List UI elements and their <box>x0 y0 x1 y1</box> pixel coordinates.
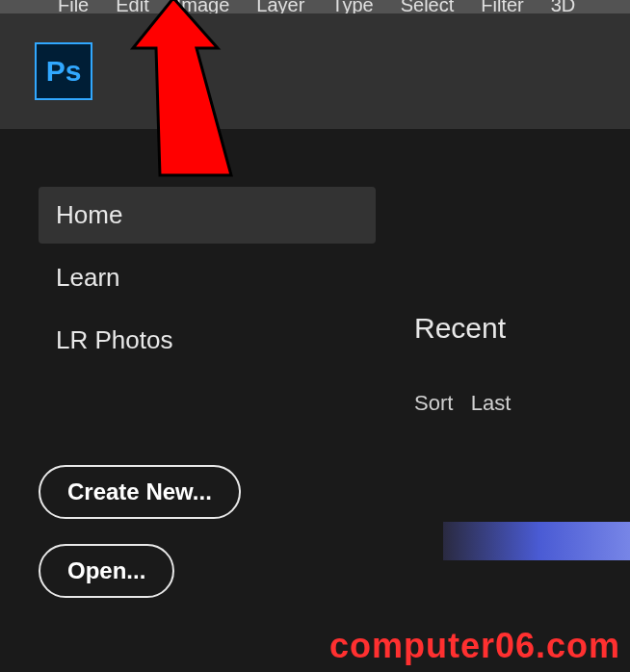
open-button[interactable]: Open... <box>39 544 174 598</box>
menu-layer[interactable]: Layer <box>256 0 304 10</box>
recent-heading: Recent <box>414 312 630 345</box>
app-icon-text: Ps <box>46 55 82 88</box>
menu-filter[interactable]: Filter <box>481 0 523 10</box>
sort-value[interactable]: Last <box>471 391 512 415</box>
menu-edit[interactable]: Edit <box>116 0 148 10</box>
nav-home[interactable]: Home <box>39 187 376 244</box>
nav-learn[interactable]: Learn <box>39 249 376 306</box>
sort-row[interactable]: Sort Last <box>414 391 630 416</box>
menu-file[interactable]: File <box>58 0 89 10</box>
header: Ps <box>0 13 630 129</box>
sidebar: Home Learn LR Photos Create New... Open.… <box>0 129 414 672</box>
recent-thumbnail[interactable] <box>443 522 630 560</box>
menu-type[interactable]: Type <box>331 0 373 10</box>
photoshop-app-icon: Ps <box>35 42 92 100</box>
nav-lr-photos[interactable]: LR Photos <box>39 312 376 369</box>
sidebar-actions: Create New... Open... <box>39 465 376 623</box>
right-pane: Recent Sort Last <box>414 129 630 672</box>
menu-select[interactable]: Select <box>401 0 455 10</box>
menu-3d[interactable]: 3D <box>551 0 576 10</box>
main: Home Learn LR Photos Create New... Open.… <box>0 129 630 672</box>
menubar: File Edit Image Layer Type Select Filter… <box>0 0 630 13</box>
sort-label: Sort <box>414 391 453 415</box>
menu-image[interactable]: Image <box>176 0 230 10</box>
nav-list: Home Learn LR Photos <box>39 187 376 369</box>
create-new-button[interactable]: Create New... <box>39 465 241 519</box>
watermark: computer06.com <box>329 626 620 666</box>
